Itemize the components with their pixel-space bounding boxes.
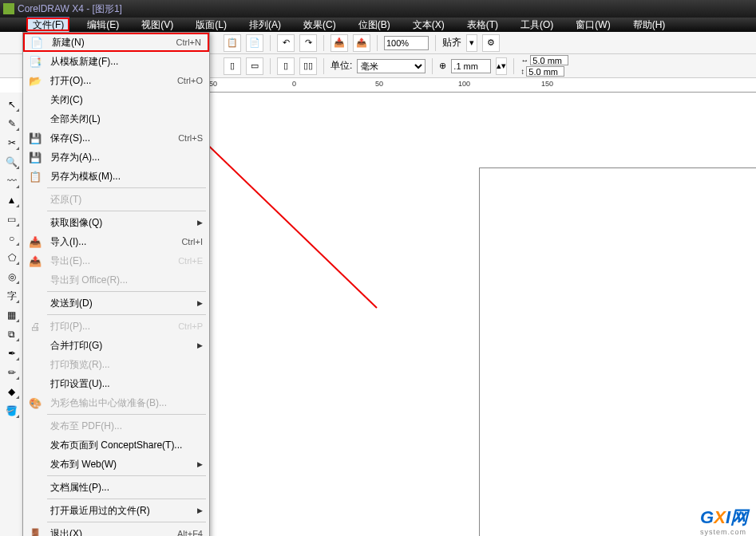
file-menu-item-11: 📤导出(E)...Ctrl+E xyxy=(23,251,209,270)
file-menu-item-20[interactable]: 发布页面到 ConceptShare(T)... xyxy=(23,436,209,455)
interactive-fill-tool[interactable]: 🪣 xyxy=(3,402,21,420)
zoom-tool[interactable]: 🔍 xyxy=(3,153,21,171)
ruler-tick: 150 xyxy=(541,80,553,88)
freehand-tool[interactable]: 〰 xyxy=(3,172,21,190)
pick-tool[interactable]: ↖ xyxy=(3,96,21,113)
file-menu-item-6[interactable]: 💾另存为(A)... xyxy=(23,148,209,167)
menu-item-shortcut: Ctrl+I xyxy=(181,237,203,246)
file-menu-item-7[interactable]: 📋另存为模板(M)... xyxy=(23,167,209,186)
menu-item-label: 保存(S)... xyxy=(47,132,178,145)
file-menu-item-19: 发布至 PDF(H)... xyxy=(23,416,209,436)
dupy-icon: ↕ xyxy=(520,67,524,76)
nudge-input[interactable] xyxy=(451,59,491,73)
menu-0[interactable]: 文件(F) xyxy=(27,17,69,34)
menu-5[interactable]: 效果(C) xyxy=(299,18,341,33)
smart-fill-tool[interactable]: ▲ xyxy=(3,191,21,209)
ellipse-tool[interactable]: ○ xyxy=(3,230,21,247)
menu-3[interactable]: 版面(L) xyxy=(191,18,232,33)
menu-item-shortcut: Ctrl+O xyxy=(177,76,203,85)
file-menu-item-0[interactable]: 📄新建(N)Ctrl+N xyxy=(23,33,209,52)
menu-item-shortcut: Ctrl+P xyxy=(178,321,203,331)
undo-button[interactable]: ↶ xyxy=(277,34,295,52)
menu-item-label: 新建(N) xyxy=(49,36,176,49)
menu-6[interactable]: 位图(B) xyxy=(354,18,395,33)
submenu-arrow-icon: ▶ xyxy=(197,299,203,307)
file-menu-item-3[interactable]: 关闭(C) xyxy=(23,90,209,109)
menu-item-label: 发送到(D) xyxy=(47,297,197,310)
table-tool[interactable]: ▦ xyxy=(3,306,21,324)
portrait-button[interactable]: ▯ xyxy=(224,57,241,75)
menu-item-label: 文档属性(P)... xyxy=(47,481,203,495)
file-menu-item-23[interactable]: 打开最近用过的文件(R)▶ xyxy=(23,501,209,520)
file-menu-item-10[interactable]: 📥导入(I)...Ctrl+I xyxy=(23,232,209,251)
shape-tool[interactable]: ✎ xyxy=(3,115,21,132)
landscape-button[interactable]: ▭ xyxy=(246,57,263,75)
menu-item-label: 退出(X) xyxy=(47,527,177,537)
file-menu-item-22[interactable]: 文档属性(P)... xyxy=(23,478,209,497)
menu-item-label: 全部关闭(L) xyxy=(47,112,203,126)
nudge-spinner[interactable]: ▴▾ xyxy=(496,57,507,75)
dupx-icon: ↔ xyxy=(520,56,528,65)
file-menu-item-9[interactable]: 获取图像(Q)▶ xyxy=(23,213,209,232)
menu-9[interactable]: 工具(O) xyxy=(516,18,558,33)
menu-item-label: 打印预览(R)... xyxy=(47,358,203,372)
toolbox: ↖ ✎ ✂ 🔍 〰 ▲ ▭ ○ ⬠ ◎ 字 ▦ ⧉ ✒ ✏ ◆ 🪣 xyxy=(0,93,24,536)
interactive-blend-tool[interactable]: ⧉ xyxy=(3,325,21,343)
import-button[interactable]: 📥 xyxy=(331,34,348,52)
menu-10[interactable]: 窗口(W) xyxy=(571,18,615,33)
watermark-sub: system.com xyxy=(700,528,746,536)
menu-7[interactable]: 文本(X) xyxy=(408,18,449,33)
menu-1[interactable]: 编辑(E) xyxy=(82,18,124,33)
submenu-arrow-icon: ▶ xyxy=(197,506,203,514)
file-menu-item-1[interactable]: 📑从模板新建(F)... xyxy=(23,52,209,71)
rectangle-tool[interactable]: ▭ xyxy=(3,211,21,228)
file-menu-item-17[interactable]: 打印设置(U)... xyxy=(23,374,209,393)
outline-tool[interactable]: ✏ xyxy=(3,364,21,381)
paste-button[interactable]: 📄 xyxy=(246,34,263,52)
redo-button[interactable]: ↷ xyxy=(299,34,317,52)
polygon-tool[interactable]: ⬠ xyxy=(3,249,21,266)
submenu-arrow-icon: ▶ xyxy=(197,460,203,468)
menu-item-label: 关闭(C) xyxy=(47,93,203,107)
menu-4[interactable]: 排列(A) xyxy=(244,18,286,33)
file-menu-item-15[interactable]: 合并打印(G)▶ xyxy=(23,336,209,355)
file-menu-item-24[interactable]: 🚪退出(X)Alt+F4 xyxy=(23,524,209,536)
dupx-input[interactable] xyxy=(530,55,568,65)
ruler-tick: 100 xyxy=(458,80,470,88)
menu-item-label: 发布页面到 ConceptShare(T)... xyxy=(47,439,203,452)
file-menu-item-21[interactable]: 发布到 Web(W)▶ xyxy=(23,455,209,474)
page-layout-1[interactable]: ▯ xyxy=(277,57,295,75)
menu-2[interactable]: 视图(V) xyxy=(137,18,178,33)
menu-item-label: 打开最近用过的文件(R) xyxy=(47,504,197,518)
crop-tool[interactable]: ✂ xyxy=(3,134,21,152)
file-menu-item-2[interactable]: 📂打开(O)...Ctrl+O xyxy=(23,71,209,90)
text-tool[interactable]: 字 xyxy=(3,287,21,305)
fill-tool[interactable]: ◆ xyxy=(3,383,21,400)
menu-item-shortcut: Ctrl+E xyxy=(178,256,203,266)
export-button[interactable]: 📤 xyxy=(353,34,370,52)
copy-button[interactable]: 📋 xyxy=(224,34,241,52)
menu-item-label: 另存为(A)... xyxy=(47,151,203,164)
file-menu-item-13[interactable]: 发送到(D)▶ xyxy=(23,294,209,313)
page-layout-2[interactable]: ▯▯ xyxy=(299,57,317,75)
unit-select[interactable]: 毫米 xyxy=(357,59,425,73)
menu-11[interactable]: 帮助(H) xyxy=(628,18,671,33)
snap-dropdown[interactable]: ▾ xyxy=(466,34,477,52)
options-button[interactable]: ⚙ xyxy=(482,34,500,52)
menu-item-label: 另存为模板(M)... xyxy=(47,170,203,183)
menu-item-shortcut: Ctrl+S xyxy=(178,133,203,143)
eyedropper-tool[interactable]: ✒ xyxy=(3,345,21,362)
basic-shapes-tool[interactable]: ◎ xyxy=(3,268,21,286)
menu-item-label: 还原(T) xyxy=(47,193,203,207)
file-menu-item-4[interactable]: 全部关闭(L) xyxy=(23,109,209,128)
menu-item-icon: 💾 xyxy=(23,132,47,144)
zoom-input[interactable] xyxy=(384,36,429,50)
file-menu-item-5[interactable]: 💾保存(S)...Ctrl+S xyxy=(23,128,209,148)
menu-8[interactable]: 表格(T) xyxy=(462,18,503,33)
menu-item-icon: 📋 xyxy=(23,171,47,183)
menu-item-icon: 💾 xyxy=(23,152,47,164)
menu-item-icon: 📤 xyxy=(23,255,47,267)
menu-item-label: 导入(I)... xyxy=(47,235,181,249)
ruler-tick: 50 xyxy=(375,80,383,88)
dupy-input[interactable] xyxy=(526,66,564,77)
